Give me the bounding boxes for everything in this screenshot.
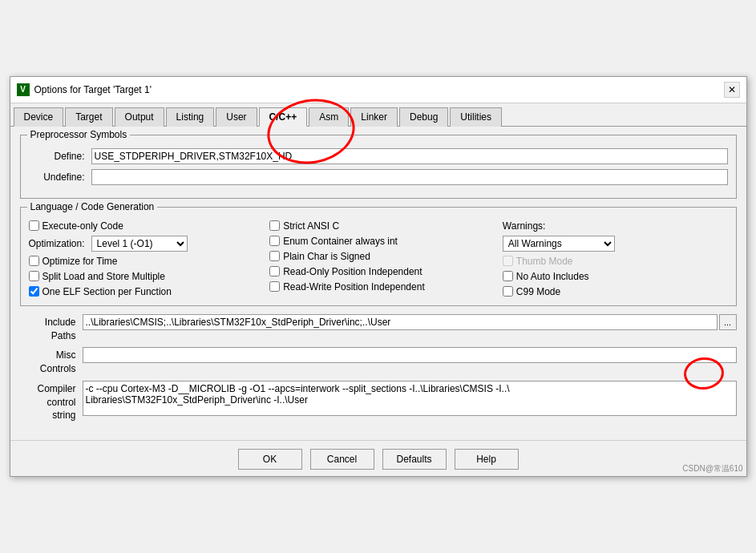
tab-linker[interactable]: Linker: [350, 107, 398, 127]
tab-user[interactable]: User: [216, 107, 257, 127]
thumb-mode-label: Thumb Mode: [516, 256, 573, 267]
one-elf-row: One ELF Section per Function: [29, 286, 262, 297]
define-label: Define:: [29, 151, 85, 162]
tab-target[interactable]: Target: [65, 107, 112, 127]
app-icon: V: [17, 83, 30, 96]
one-elf-label: One ELF Section per Function: [42, 286, 172, 297]
defaults-button[interactable]: Defaults: [382, 449, 447, 470]
read-only-label: Read-Only Position Independent: [283, 266, 422, 277]
no-auto-includes-label: No Auto Includes: [516, 271, 589, 282]
thumb-mode-row: Thumb Mode: [503, 256, 728, 267]
lang-codegen-group: Language / Code Generation Execute-only …: [20, 207, 737, 306]
codegen-col1: Execute-only Code Optimization: Level 1 …: [29, 220, 262, 297]
watermark: CSDN@常温610: [682, 463, 742, 474]
include-paths-label: Include Paths: [20, 314, 76, 343]
strict-ansi-label: Strict ANSI C: [283, 220, 339, 232]
split-load-store-row: Split Load and Store Multiple: [29, 271, 262, 282]
enum-container-row: Enum Container always int: [269, 236, 495, 247]
c99-mode-checkbox[interactable]: [503, 286, 513, 297]
codegen-col2: Strict ANSI C Enum Container always int …: [261, 220, 495, 297]
read-write-checkbox[interactable]: [269, 281, 280, 292]
define-row: Define:: [29, 148, 728, 164]
compiler-string-label: Compiler control string: [20, 381, 76, 422]
no-auto-includes-row: No Auto Includes: [503, 271, 728, 282]
plain-char-checkbox[interactable]: [269, 251, 280, 261]
misc-controls-label: Misc Controls: [20, 347, 76, 376]
tab-debug[interactable]: Debug: [399, 107, 448, 127]
warnings-section: Warnings: All Warnings No Warnings Warni…: [503, 220, 728, 252]
tab-bar: Device Target Output Listing User C/C++ …: [10, 103, 746, 127]
execute-only-label: Execute-only Code: [42, 220, 123, 232]
misc-controls-row: Misc Controls: [20, 347, 737, 376]
compiler-string-input[interactable]: -c --cpu Cortex-M3 -D__MICROLIB -g -O1 -…: [83, 381, 737, 416]
button-bar: OK Cancel Defaults Help: [10, 440, 746, 476]
execute-only-row: Execute-only Code: [29, 220, 262, 232]
tab-asm[interactable]: Asm: [309, 107, 349, 127]
browse-button[interactable]: ...: [719, 314, 737, 330]
read-only-checkbox[interactable]: [269, 266, 280, 276]
enum-container-checkbox[interactable]: [269, 236, 280, 246]
enum-container-label: Enum Container always int: [283, 236, 398, 247]
dialog-title: Options for Target 'Target 1': [34, 84, 152, 95]
split-load-store-label: Split Load and Store Multiple: [42, 271, 165, 282]
warnings-label: Warnings:: [503, 220, 728, 232]
close-button[interactable]: ✕: [724, 82, 740, 98]
define-input[interactable]: [91, 148, 728, 164]
strict-ansi-row: Strict ANSI C: [269, 220, 495, 232]
dialog: V Options for Target 'Target 1' ✕ Device…: [10, 76, 747, 478]
tab-device[interactable]: Device: [14, 107, 64, 127]
preprocessor-group-title: Preprocessor Symbols: [27, 129, 131, 140]
optimize-time-checkbox[interactable]: [29, 256, 39, 266]
include-section: Include Paths ... Misc Controls Compiler…: [20, 314, 737, 423]
codegen-col3: Warnings: All Warnings No Warnings Warni…: [495, 220, 728, 297]
optimization-label: Optimization:: [29, 238, 85, 249]
cancel-button[interactable]: Cancel: [310, 449, 374, 470]
ok-button[interactable]: OK: [238, 449, 302, 470]
tab-cpp[interactable]: C/C++: [259, 107, 308, 127]
execute-only-checkbox[interactable]: [29, 220, 39, 231]
warnings-select[interactable]: All Warnings No Warnings Warnings as Err…: [503, 236, 615, 252]
include-paths-input-wrap: ...: [83, 314, 737, 330]
one-elf-checkbox[interactable]: [29, 286, 39, 297]
plain-char-label: Plain Char is Signed: [283, 251, 370, 262]
c99-mode-row: C99 Mode: [503, 286, 728, 297]
lang-codegen-title: Language / Code Generation: [27, 201, 158, 212]
misc-controls-input[interactable]: [83, 347, 737, 363]
title-bar-left: V Options for Target 'Target 1': [17, 83, 152, 96]
optimization-row: Optimization: Level 1 (-O1) Level 0 (-O0…: [29, 236, 262, 252]
optimize-time-row: Optimize for Time: [29, 256, 262, 267]
include-paths-input[interactable]: [83, 314, 718, 330]
help-button[interactable]: Help: [455, 449, 519, 470]
tab-output[interactable]: Output: [115, 107, 164, 127]
no-auto-includes-checkbox[interactable]: [503, 271, 513, 281]
undefine-input[interactable]: [91, 169, 728, 185]
title-bar: V Options for Target 'Target 1' ✕: [10, 77, 746, 103]
plain-char-row: Plain Char is Signed: [269, 251, 495, 262]
compiler-string-row: Compiler control string -c --cpu Cortex-…: [20, 381, 737, 422]
preprocessor-group: Preprocessor Symbols Define: Undefine:: [20, 135, 737, 199]
undefine-row: Undefine:: [29, 169, 728, 185]
read-write-row: Read-Write Position Independent: [269, 281, 495, 293]
undefine-label: Undefine:: [29, 172, 85, 183]
content-area: Preprocessor Symbols Define: Undefine: L…: [10, 127, 746, 436]
read-only-row: Read-Only Position Independent: [269, 266, 495, 277]
thumb-mode-checkbox: [503, 256, 513, 266]
tab-listing[interactable]: Listing: [166, 107, 215, 127]
split-load-store-checkbox[interactable]: [29, 271, 39, 281]
optimization-select[interactable]: Level 1 (-O1) Level 0 (-O0) Level 2 (-O2…: [91, 236, 188, 252]
optimize-time-label: Optimize for Time: [42, 256, 118, 267]
c99-mode-label: C99 Mode: [516, 286, 560, 297]
read-write-label: Read-Write Position Independent: [283, 281, 425, 293]
include-paths-row: Include Paths ...: [20, 314, 737, 343]
strict-ansi-checkbox[interactable]: [269, 220, 280, 231]
tab-utilities[interactable]: Utilities: [450, 107, 502, 127]
